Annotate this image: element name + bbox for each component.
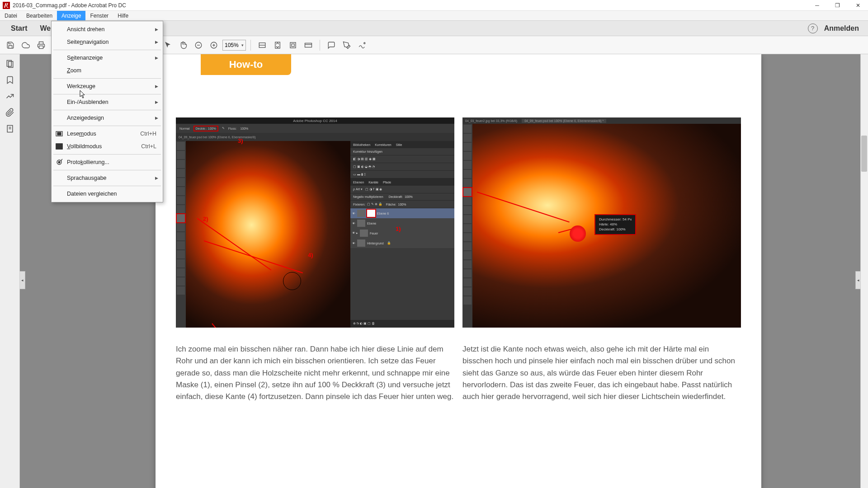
annotation-3: 3): [238, 137, 243, 144]
menu-item-label: Anzeigedesign: [67, 115, 104, 121]
cloud-icon[interactable]: [19, 38, 33, 52]
svg-rect-13: [290, 42, 296, 48]
menu-separator: [53, 186, 161, 186]
comment-icon[interactable]: [325, 38, 338, 52]
signatures-icon[interactable]: [5, 91, 15, 101]
ps-doc-tabs: 04_09_feuer.psd bei 100% (Ebene 6, Ebene…: [176, 133, 454, 141]
tracker-icon: [55, 158, 63, 166]
menu-separator: [53, 50, 161, 50]
menu-item-label: Zoom: [67, 67, 81, 74]
menu-item-sprachausgabe[interactable]: Sprachausgabe▶: [52, 172, 163, 184]
menu-item-ein-ausblenden[interactable]: Ein-/Ausblenden▶: [52, 96, 163, 108]
ps-toolbar: [176, 141, 186, 328]
menu-item-seitennavigation[interactable]: Seitennavigation▶: [52, 36, 163, 48]
fit-width-icon[interactable]: [255, 38, 269, 52]
titlebar: 2016-03_Commag.pdf - Adobe Acrobat Pro D…: [0, 0, 868, 11]
scrollbar-thumb[interactable]: [861, 136, 867, 172]
pdf-page: How-to Adobe Photoshop CC 2014 Normal De…: [156, 54, 761, 488]
submenu-arrow-icon: ▶: [155, 116, 158, 120]
menu-item-label: Seitenanzeige: [67, 55, 103, 61]
svg-point-17: [363, 42, 365, 44]
svg-point-28: [58, 161, 60, 163]
shortcut-label: Ctrl+H: [140, 131, 156, 137]
zoom-in-icon[interactable]: [207, 38, 221, 52]
menu-item-label: Seitennavigation: [67, 39, 108, 45]
menu-item-werkzeuge[interactable]: Werkzeuge▶: [52, 80, 163, 93]
tab-start[interactable]: Start: [5, 24, 33, 33]
submenu-arrow-icon: ▶: [155, 40, 158, 44]
zoom-select[interactable]: 105%: [222, 40, 246, 51]
menu-separator: [53, 94, 161, 94]
ps-doc-tabs: 04_03_feuer2.jpg bei 33,3% (RGB/8) 04_09…: [462, 117, 741, 124]
menu-item-label: Vollbildmodus: [67, 143, 102, 150]
photoshop-screenshot-left: Adobe Photoshop CC 2014 Normal Deckkr.: …: [176, 117, 454, 328]
zoom-value: 105%: [225, 42, 239, 48]
menu-item-protokollierung-[interactable]: Protokollierung...: [52, 156, 163, 169]
brush-tooltip: Durchmesser: 54 Px Härte: 48% Deckkraft:…: [594, 214, 636, 235]
menu-anzeige[interactable]: Anzeige: [57, 11, 85, 20]
highlight-icon[interactable]: [340, 38, 354, 52]
menu-item-seitenanzeige[interactable]: Seitenanzeige▶: [52, 52, 163, 64]
zoom-out-icon[interactable]: [192, 38, 205, 52]
screenshot-row: Adobe Photoshop CC 2014 Normal Deckkr.: …: [176, 117, 741, 328]
red-marker-dot: [570, 225, 586, 242]
minimize-button[interactable]: ─: [807, 0, 827, 11]
fit-page-icon[interactable]: [271, 38, 284, 52]
svg-rect-14: [292, 44, 294, 47]
maximize-button[interactable]: ❐: [827, 0, 848, 11]
menu-hilfe[interactable]: Hilfe: [113, 11, 133, 20]
ps-layer-row: 👁 Ebene 6: [350, 208, 454, 218]
bookmarks-icon[interactable]: [5, 75, 15, 85]
menu-datei[interactable]: Datei: [0, 11, 22, 20]
ps-canvas: Durchmesser: 54 Px Härte: 48% Deckkraft:…: [472, 124, 741, 328]
menu-item-zoom[interactable]: Zoom: [52, 64, 163, 77]
menu-separator: [53, 110, 161, 110]
close-button[interactable]: ✕: [848, 0, 868, 11]
ps-brush-tool: [463, 188, 472, 196]
menu-fenster[interactable]: Fenster: [85, 11, 113, 20]
howto-badge: How-to: [201, 54, 291, 75]
layers-icon[interactable]: [5, 124, 15, 134]
attachments-icon[interactable]: [5, 108, 15, 117]
annotation-4: 4): [308, 252, 313, 258]
photoshop-screenshot-right: 04_03_feuer2.jpg bei 33,3% (RGB/8) 04_09…: [462, 117, 741, 328]
body-text: Ich zoome mal ein bisschen näher ran. Da…: [176, 343, 741, 403]
menu-item-label: Protokollierung...: [67, 159, 109, 165]
vertical-scrollbar[interactable]: [860, 54, 868, 488]
fit-visible-icon[interactable]: [286, 38, 300, 52]
save-icon[interactable]: [4, 38, 17, 52]
menu-item-label: Werkzeuge: [67, 83, 95, 89]
menu-item-anzeigedesign[interactable]: Anzeigedesign▶: [52, 112, 163, 124]
ps-blend-mode: Normal: [179, 127, 190, 130]
annotation-1: 1): [396, 225, 401, 232]
ps-brush-tool: [177, 214, 185, 222]
app-icon: [3, 2, 10, 9]
menu-item-dateien-vergleichen[interactable]: Dateien vergleichen: [52, 188, 163, 200]
separator: [320, 40, 320, 51]
help-icon[interactable]: ?: [808, 23, 818, 33]
submenu-arrow-icon: ▶: [155, 84, 158, 89]
window-title: 2016-03_Commag.pdf - Adobe Acrobat Pro D…: [13, 2, 126, 9]
sign-icon[interactable]: [355, 38, 369, 52]
menu-bearbeiten[interactable]: Bearbeiten: [22, 11, 57, 20]
shortcut-label: Ctrl+L: [141, 143, 156, 150]
menu-item-ansicht-drehen[interactable]: Ansicht drehen▶: [52, 23, 163, 36]
anzeige-dropdown: Ansicht drehen▶Seitennavigation▶Seitenan…: [51, 21, 163, 202]
menu-item-label: Dateien vergleichen: [67, 191, 117, 197]
svg-rect-24: [57, 132, 61, 135]
hand-tool-icon[interactable]: [176, 38, 190, 52]
signin-link[interactable]: Anmelden: [824, 24, 863, 33]
print-icon[interactable]: [34, 38, 48, 52]
menu-item-lesemodus[interactable]: LesemodusCtrl+H: [52, 127, 163, 140]
navigation-rail: [0, 54, 20, 488]
menu-item-label: Ansicht drehen: [67, 26, 104, 33]
menu-item-vollbildmodus[interactable]: VollbildmodusCtrl+L: [52, 140, 163, 153]
read-mode-icon[interactable]: [302, 38, 315, 52]
submenu-arrow-icon: ▶: [155, 56, 158, 60]
menu-item-label: Sprachausgabe: [67, 175, 107, 181]
annotation-2: 2): [203, 216, 208, 222]
submenu-arrow-icon: ▶: [155, 100, 158, 104]
svg-rect-15: [305, 43, 311, 47]
menu-item-label: Ein-/Ausblenden: [67, 99, 108, 105]
thumbnails-icon[interactable]: [5, 59, 15, 69]
